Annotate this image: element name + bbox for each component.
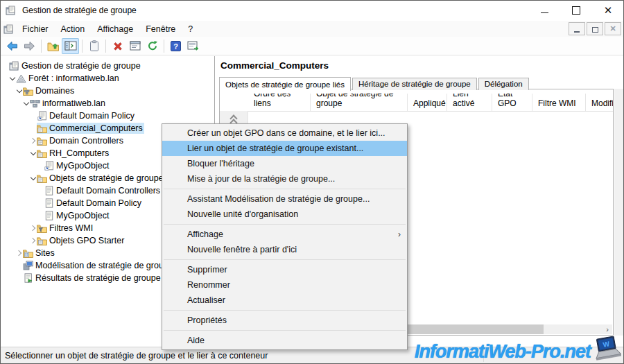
wmi-folder-icon [37, 223, 47, 233]
tree-item-label: Forêt : informatiweb.lan [28, 73, 119, 83]
maximize-button[interactable] [560, 0, 592, 21]
expander-down-icon[interactable] [15, 90, 23, 92]
tree-item-informatiweb-lan[interactable]: informatiweb.lan [0, 97, 214, 110]
tree-item-for-t-informatiweb-lan[interactable]: Forêt : informatiweb.lan [0, 72, 214, 85]
gpo-icon [44, 186, 54, 196]
context-menu-item-renommer[interactable]: Renommer [162, 277, 407, 293]
context-menu-item-lier-un-objet-de-strat-gie-de-groupe-existant[interactable]: Lier un objet de stratégie de groupe exi… [162, 141, 407, 156]
mdi-restore-button[interactable] [587, 22, 603, 35]
up-one-level-icon[interactable] [44, 38, 62, 54]
context-menu-item-cr-er-un-objet-gpo-dans-ce-domaine-et-le-lier-ici[interactable]: Créer un objet GPO dans ce domaine, et l… [162, 125, 407, 141]
tab-objets-de-strat-gie-de-groupe-li-s[interactable]: Objets de stratégie de groupe liés [219, 77, 351, 91]
close-button[interactable]: ✕ [592, 0, 624, 21]
modeling-icon [23, 261, 33, 270]
context-menu-item-bloquer-l-h-ritage[interactable]: Bloquer l'héritage [162, 156, 407, 171]
menu-bar: FichierActionAffichageFenêtre? ✕ [0, 21, 624, 37]
menu-affichage[interactable]: Affichage [91, 22, 139, 36]
column-header-appliqu[interactable]: Appliqué [408, 94, 447, 111]
refresh-icon[interactable] [144, 38, 161, 54]
tab-h-ritage-de-strat-gie-de-groupe[interactable]: Héritage de stratégie de groupe [352, 78, 477, 90]
tree-item-label: Default Domain Policy [49, 111, 135, 121]
context-menu-item-nouvelle-fen-tre-partir-d-ici[interactable]: Nouvelle fenêtre à partir d'ici [162, 242, 407, 257]
context-menu-item-supprimer[interactable]: Supprimer [162, 262, 407, 277]
expander-right-icon[interactable] [29, 139, 37, 143]
tree-item-label: Résultats de stratégie de groupe [35, 273, 161, 283]
back-icon[interactable] [3, 38, 21, 54]
column-header-ordre-des-liens[interactable]: Ordre des liens [248, 94, 311, 111]
menu-action[interactable]: Action [55, 22, 92, 36]
context-menu-item-propri-t-s[interactable]: Propriétés [162, 313, 407, 328]
export-list-icon[interactable] [184, 38, 202, 54]
gpo-folder-icon [37, 173, 47, 183]
context-menu-item-actualiser[interactable]: Actualiser [162, 293, 407, 308]
tree-item-label: Commercial_Computers [49, 123, 143, 133]
column-header-tat-gpo[interactable]: État GPO [492, 94, 532, 111]
expander-down-icon[interactable] [29, 153, 37, 155]
column-header-objet-de-strat-gie-de-groupe[interactable]: Objet de stratégie de groupe [311, 94, 408, 111]
tree-item-label: Objets de stratégie de groupe [49, 173, 164, 183]
forward-icon[interactable] [21, 38, 38, 54]
expander-right-icon[interactable] [29, 226, 37, 230]
gpo-icon [44, 211, 54, 220]
toolbar-separator [105, 40, 106, 53]
column-header-lien-activ[interactable]: Lien activé [447, 94, 492, 111]
expander-right-icon[interactable] [29, 239, 37, 243]
column-header-modifi[interactable]: Modifié [586, 94, 613, 111]
mdi-minimize-icon [574, 31, 580, 33]
gpo-icon [44, 198, 54, 208]
expander-right-icon[interactable] [15, 251, 23, 255]
context-menu-item-nouvelle-unit-d-organisation[interactable]: Nouvelle unité d'organisation [162, 207, 407, 222]
domain-icon [30, 98, 40, 108]
scroll-right-icon[interactable]: › [604, 326, 611, 333]
expander-down-icon[interactable] [22, 103, 30, 105]
context-menu-separator [164, 310, 406, 311]
expander-down-icon[interactable] [8, 78, 16, 80]
console-tree-toggle-icon[interactable] [62, 38, 79, 54]
context-menu-item-aide[interactable]: Aide [162, 333, 407, 348]
maximize-icon [572, 6, 580, 15]
tree-item-label: Domaines [35, 86, 74, 96]
minimize-icon [541, 12, 548, 13]
gpmc-console-icon [3, 24, 14, 34]
context-menu-item-mise-jour-de-la-strat-gie-de-groupe[interactable]: Mise à jour de la stratégie de groupe... [162, 171, 407, 187]
vertical-scrollbar-track[interactable] [614, 89, 623, 336]
context-menu-separator [164, 330, 406, 331]
help-icon[interactable]: ? [167, 38, 184, 54]
context-menu-separator [164, 224, 406, 225]
tree-item-label: Gestion de stratégie de groupe [21, 61, 141, 71]
tab-d-l-gation[interactable]: Délégation [478, 78, 529, 90]
context-menu-item-affichage[interactable]: Affichage› [162, 227, 407, 242]
mdi-close-button[interactable]: ✕ [605, 22, 621, 35]
tree-item-gestion-de-strat-gie-de-groupe[interactable]: Gestion de stratégie de groupe [0, 60, 214, 72]
clipboard-icon[interactable] [85, 38, 103, 54]
gpmc-app-icon [6, 6, 16, 15]
status-text: Sélectionner un objet de stratégie de gr… [5, 351, 268, 361]
domains-folder-icon [23, 86, 33, 96]
context-menu-item-assistant-mod-lisation-de-strat-gie-de-groupe[interactable]: Assistant Modélisation de stratégie de g… [162, 191, 407, 207]
mdi-close-icon: ✕ [609, 24, 616, 33]
tree-item-label: MyGpoObject [56, 161, 109, 171]
column-header-filtre-wmi[interactable]: Filtre WMI [532, 94, 586, 111]
expander-down-icon[interactable] [29, 177, 37, 180]
starter-gpo-folder-icon [37, 236, 47, 245]
sites-folder-icon [23, 248, 33, 258]
menu-fichier[interactable]: Fichier [16, 22, 55, 36]
tree-item-domaines[interactable]: Domaines [0, 85, 214, 97]
tree-item-label: MyGpoObject [56, 211, 109, 220]
selected-container-title: Commercial_Computers [220, 60, 329, 71]
tree-item-label: Domain Controllers [49, 136, 123, 146]
menu-[interactable]: ? [182, 22, 199, 36]
properties-icon[interactable] [126, 38, 144, 54]
minimize-button[interactable] [528, 0, 560, 21]
watermark-text: InformatiWeb-Pro.net [415, 341, 591, 363]
context-menu-separator [164, 189, 406, 189]
list-column-headers: Ordre des liensObjet de stratégie de gro… [248, 94, 613, 112]
toolbar-separator [82, 40, 83, 53]
menu-fen-tre[interactable]: Fenêtre [139, 22, 182, 36]
tree-item-default-domain-policy[interactable]: Default Domain Policy [0, 110, 214, 122]
mdi-minimize-button[interactable] [569, 22, 585, 35]
results-icon [23, 273, 33, 283]
column-header-label: Filtre WMI [538, 98, 576, 108]
column-header-label: État GPO [498, 94, 529, 108]
delete-icon[interactable] [109, 38, 126, 54]
